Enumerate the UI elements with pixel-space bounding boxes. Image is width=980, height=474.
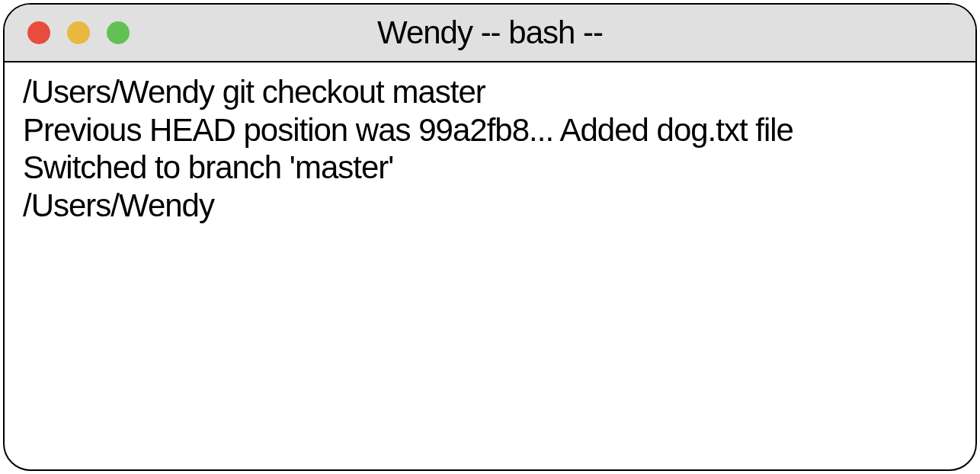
terminal-line: Switched to branch 'master' bbox=[23, 149, 957, 187]
terminal-body[interactable]: /Users/Wendy git checkout master Previou… bbox=[5, 62, 975, 235]
traffic-lights bbox=[5, 21, 130, 44]
close-icon[interactable] bbox=[27, 21, 50, 44]
terminal-line: /Users/Wendy bbox=[23, 187, 957, 225]
minimize-icon[interactable] bbox=[67, 21, 90, 44]
terminal-line: Previous HEAD position was 99a2fb8... Ad… bbox=[23, 111, 957, 149]
terminal-window: Wendy -- bash -- /Users/Wendy git checko… bbox=[3, 3, 977, 471]
title-bar[interactable]: Wendy -- bash -- bbox=[5, 5, 975, 62]
window-title: Wendy -- bash -- bbox=[5, 14, 975, 51]
zoom-icon[interactable] bbox=[107, 21, 130, 44]
terminal-line: /Users/Wendy git checkout master bbox=[23, 73, 957, 111]
